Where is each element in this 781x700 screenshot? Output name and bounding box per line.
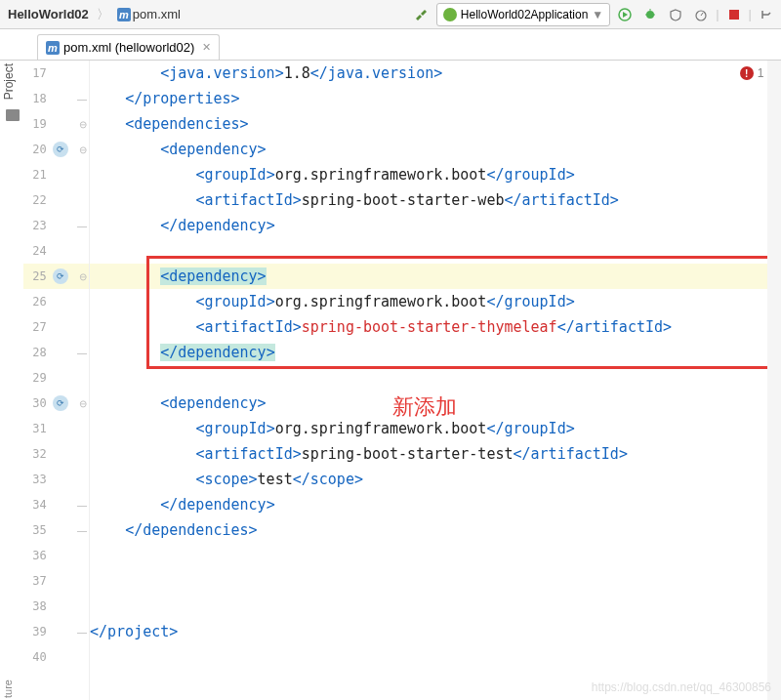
debug-button[interactable] bbox=[639, 4, 661, 25]
code-line[interactable] bbox=[90, 543, 781, 568]
structure-tool-window-button[interactable]: ture bbox=[2, 679, 14, 698]
line-number: 29 bbox=[23, 371, 53, 385]
gutter-row[interactable]: 24 bbox=[23, 238, 89, 264]
code-token: </ bbox=[90, 623, 107, 640]
line-number: 32 bbox=[23, 447, 53, 461]
fold-icon[interactable]: — bbox=[77, 348, 87, 358]
close-tab-icon[interactable]: ✕ bbox=[202, 41, 211, 54]
code-token: </ bbox=[293, 471, 310, 488]
breadcrumb-file-label: pom.xml bbox=[133, 7, 181, 21]
gutter-row[interactable]: 40 bbox=[23, 644, 89, 670]
gutter-row[interactable]: 35— bbox=[23, 517, 89, 543]
code-area[interactable]: 新添加 <java.version>1.8</java.version> </p… bbox=[90, 61, 781, 700]
run-button[interactable] bbox=[614, 4, 636, 25]
gutter-row[interactable]: 22 bbox=[23, 187, 89, 213]
code-line[interactable]: <artifactId>spring-boot-starter-thymelea… bbox=[90, 314, 781, 340]
code-line[interactable]: </dependency> bbox=[90, 213, 781, 238]
gutter-row[interactable]: 33 bbox=[23, 467, 89, 492]
code-token: > bbox=[231, 90, 240, 107]
code-line[interactable]: </dependency> bbox=[90, 492, 781, 517]
spring-bean-icon[interactable]: ⟳ bbox=[53, 268, 68, 284]
gutter-row[interactable]: 34— bbox=[23, 492, 89, 517]
code-token: dependency bbox=[178, 344, 266, 361]
toolbar-separator: | bbox=[749, 7, 752, 21]
gutter[interactable]: 1718—19⊖20⟳⊖212223—2425⟳⊖262728—2930⟳⊖31… bbox=[23, 61, 90, 700]
run-configuration-dropdown[interactable]: HelloWorld02Application ▼ bbox=[436, 3, 610, 26]
fold-icon[interactable]: — bbox=[77, 221, 87, 231]
code-line[interactable]: <artifactId>spring-boot-starter-test</ar… bbox=[90, 441, 781, 467]
code-token: dependencies bbox=[134, 115, 239, 133]
gutter-row[interactable]: 38 bbox=[23, 594, 89, 619]
code-token: </ bbox=[125, 90, 143, 107]
code-token: > bbox=[566, 293, 575, 310]
gutter-row[interactable]: 39— bbox=[23, 619, 89, 644]
gutter-row[interactable]: 37 bbox=[23, 568, 89, 594]
gutter-row[interactable]: 23— bbox=[23, 213, 89, 238]
gutter-row[interactable]: 28— bbox=[23, 340, 89, 365]
line-number: 24 bbox=[23, 244, 53, 258]
code-line[interactable] bbox=[90, 568, 781, 594]
code-token: org.springframework.boot bbox=[275, 420, 487, 437]
gutter-row[interactable]: 31 bbox=[23, 416, 89, 441]
hammer-build-icon[interactable] bbox=[411, 4, 432, 25]
code-line[interactable] bbox=[90, 594, 781, 619]
gutter-row[interactable]: 27 bbox=[23, 314, 89, 340]
code-line[interactable]: <artifactId>spring-boot-starter-web</art… bbox=[90, 187, 781, 213]
code-line[interactable]: </properties> bbox=[90, 86, 781, 111]
gutter-row[interactable]: 36 bbox=[23, 543, 89, 568]
editor[interactable]: 1718—19⊖20⟳⊖212223—2425⟳⊖262728—2930⟳⊖31… bbox=[23, 61, 781, 700]
code-line[interactable]: <dependency> bbox=[90, 264, 781, 289]
code-line[interactable]: <dependency> bbox=[90, 137, 781, 162]
code-line[interactable]: <groupId>org.springframework.boot</group… bbox=[90, 162, 781, 187]
line-number: 30 bbox=[23, 396, 53, 410]
gutter-row[interactable]: 26 bbox=[23, 289, 89, 314]
project-tool-window-button[interactable]: Project bbox=[2, 63, 16, 100]
code-token: dependency bbox=[178, 496, 266, 514]
fold-icon[interactable]: — bbox=[77, 627, 87, 638]
code-line[interactable]: <dependencies> bbox=[90, 111, 781, 137]
code-line[interactable] bbox=[90, 238, 781, 264]
git-button[interactable] bbox=[756, 4, 777, 25]
fold-icon[interactable]: ⊖ bbox=[79, 271, 87, 282]
code-token: </ bbox=[160, 217, 178, 234]
gutter-row[interactable]: 17 bbox=[23, 61, 89, 86]
code-token: scope bbox=[310, 471, 354, 488]
vertical-scrollbar[interactable] bbox=[767, 61, 781, 700]
breadcrumb-file[interactable]: m pom.xml bbox=[113, 5, 185, 23]
code-line[interactable]: </dependency> bbox=[90, 340, 781, 365]
gutter-row[interactable]: 25⟳⊖ bbox=[23, 264, 89, 289]
breadcrumb-project[interactable]: HelloWorld02 bbox=[4, 5, 93, 23]
svg-rect-7 bbox=[729, 10, 739, 20]
coverage-button[interactable] bbox=[665, 4, 686, 25]
fold-icon[interactable]: ⊖ bbox=[79, 144, 87, 155]
gutter-row[interactable]: 32 bbox=[23, 441, 89, 467]
fold-icon[interactable]: — bbox=[77, 500, 87, 511]
gutter-row[interactable]: 29 bbox=[23, 365, 89, 391]
code-token: </ bbox=[514, 445, 531, 463]
code-line[interactable] bbox=[90, 365, 781, 391]
code-line[interactable]: <groupId>org.springframework.boot</group… bbox=[90, 289, 781, 314]
gutter-row[interactable]: 21 bbox=[23, 162, 89, 187]
code-line[interactable]: </dependencies> bbox=[90, 517, 781, 543]
tab-pom-xml[interactable]: m pom.xml (helloworld02) ✕ bbox=[37, 34, 220, 60]
spring-bean-icon[interactable]: ⟳ bbox=[53, 395, 68, 411]
fold-icon[interactable]: ⊖ bbox=[79, 398, 87, 409]
code-line[interactable]: <java.version>1.8</java.version> bbox=[90, 61, 781, 86]
gutter-row[interactable]: 30⟳⊖ bbox=[23, 391, 89, 416]
code-token: < bbox=[195, 166, 204, 184]
code-line[interactable]: <scope>test</scope> bbox=[90, 467, 781, 492]
code-token: groupId bbox=[504, 420, 565, 437]
fold-icon[interactable]: — bbox=[77, 94, 87, 104]
profiler-button[interactable] bbox=[690, 4, 712, 25]
code-line[interactable] bbox=[90, 644, 781, 670]
fold-icon[interactable]: — bbox=[77, 525, 87, 536]
gutter-row[interactable]: 20⟳⊖ bbox=[23, 137, 89, 162]
code-line[interactable]: </project> bbox=[90, 619, 781, 644]
spring-bean-icon[interactable]: ⟳ bbox=[53, 142, 68, 157]
gutter-row[interactable]: 19⊖ bbox=[23, 111, 89, 137]
fold-icon[interactable]: ⊖ bbox=[79, 119, 87, 130]
gutter-row[interactable]: 18— bbox=[23, 86, 89, 111]
gutter-marks: ⟳⊖ bbox=[53, 268, 89, 284]
stop-button[interactable] bbox=[723, 4, 745, 25]
gutter-marks: — bbox=[53, 348, 89, 358]
